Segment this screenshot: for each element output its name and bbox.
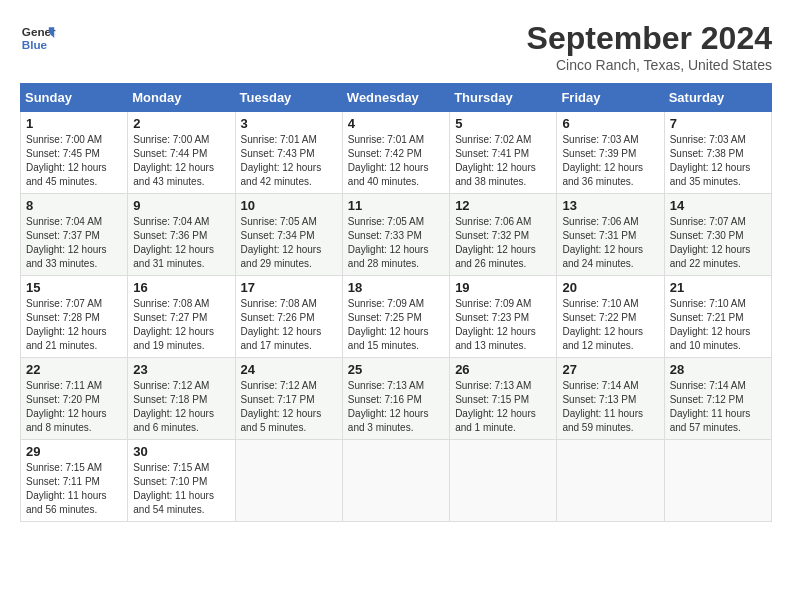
day-number: 2 — [133, 116, 229, 131]
day-info: Sunrise: 7:10 AM Sunset: 7:21 PM Dayligh… — [670, 297, 766, 353]
location-title: Cinco Ranch, Texas, United States — [527, 57, 772, 73]
col-tuesday: Tuesday — [235, 84, 342, 112]
col-thursday: Thursday — [450, 84, 557, 112]
day-info: Sunrise: 7:05 AM Sunset: 7:34 PM Dayligh… — [241, 215, 337, 271]
calendar-cell — [235, 440, 342, 522]
day-info: Sunrise: 7:03 AM Sunset: 7:39 PM Dayligh… — [562, 133, 658, 189]
calendar-cell: 26Sunrise: 7:13 AM Sunset: 7:15 PM Dayli… — [450, 358, 557, 440]
calendar-cell: 20Sunrise: 7:10 AM Sunset: 7:22 PM Dayli… — [557, 276, 664, 358]
day-info: Sunrise: 7:02 AM Sunset: 7:41 PM Dayligh… — [455, 133, 551, 189]
calendar-cell: 14Sunrise: 7:07 AM Sunset: 7:30 PM Dayli… — [664, 194, 771, 276]
day-number: 9 — [133, 198, 229, 213]
day-number: 26 — [455, 362, 551, 377]
day-number: 22 — [26, 362, 122, 377]
day-info: Sunrise: 7:13 AM Sunset: 7:15 PM Dayligh… — [455, 379, 551, 435]
day-number: 17 — [241, 280, 337, 295]
col-monday: Monday — [128, 84, 235, 112]
day-number: 10 — [241, 198, 337, 213]
month-title: September 2024 — [527, 20, 772, 57]
calendar-cell: 1Sunrise: 7:00 AM Sunset: 7:45 PM Daylig… — [21, 112, 128, 194]
col-sunday: Sunday — [21, 84, 128, 112]
calendar-cell: 23Sunrise: 7:12 AM Sunset: 7:18 PM Dayli… — [128, 358, 235, 440]
calendar-cell: 12Sunrise: 7:06 AM Sunset: 7:32 PM Dayli… — [450, 194, 557, 276]
day-number: 3 — [241, 116, 337, 131]
day-number: 19 — [455, 280, 551, 295]
day-number: 12 — [455, 198, 551, 213]
day-number: 1 — [26, 116, 122, 131]
day-info: Sunrise: 7:01 AM Sunset: 7:42 PM Dayligh… — [348, 133, 444, 189]
page-header: General Blue September 2024 Cinco Ranch,… — [20, 20, 772, 73]
col-friday: Friday — [557, 84, 664, 112]
calendar-cell — [557, 440, 664, 522]
calendar-cell: 17Sunrise: 7:08 AM Sunset: 7:26 PM Dayli… — [235, 276, 342, 358]
day-number: 4 — [348, 116, 444, 131]
day-info: Sunrise: 7:06 AM Sunset: 7:31 PM Dayligh… — [562, 215, 658, 271]
calendar-week-row: 1Sunrise: 7:00 AM Sunset: 7:45 PM Daylig… — [21, 112, 772, 194]
day-info: Sunrise: 7:08 AM Sunset: 7:27 PM Dayligh… — [133, 297, 229, 353]
day-number: 14 — [670, 198, 766, 213]
day-number: 16 — [133, 280, 229, 295]
calendar-cell: 6Sunrise: 7:03 AM Sunset: 7:39 PM Daylig… — [557, 112, 664, 194]
calendar-cell: 27Sunrise: 7:14 AM Sunset: 7:13 PM Dayli… — [557, 358, 664, 440]
day-info: Sunrise: 7:07 AM Sunset: 7:28 PM Dayligh… — [26, 297, 122, 353]
logo: General Blue — [20, 20, 56, 56]
calendar-cell: 22Sunrise: 7:11 AM Sunset: 7:20 PM Dayli… — [21, 358, 128, 440]
col-wednesday: Wednesday — [342, 84, 449, 112]
day-number: 5 — [455, 116, 551, 131]
day-info: Sunrise: 7:03 AM Sunset: 7:38 PM Dayligh… — [670, 133, 766, 189]
day-number: 29 — [26, 444, 122, 459]
day-number: 13 — [562, 198, 658, 213]
day-number: 30 — [133, 444, 229, 459]
col-saturday: Saturday — [664, 84, 771, 112]
day-number: 7 — [670, 116, 766, 131]
svg-text:Blue: Blue — [22, 38, 48, 51]
day-info: Sunrise: 7:00 AM Sunset: 7:45 PM Dayligh… — [26, 133, 122, 189]
day-info: Sunrise: 7:14 AM Sunset: 7:12 PM Dayligh… — [670, 379, 766, 435]
day-info: Sunrise: 7:08 AM Sunset: 7:26 PM Dayligh… — [241, 297, 337, 353]
day-info: Sunrise: 7:04 AM Sunset: 7:37 PM Dayligh… — [26, 215, 122, 271]
day-info: Sunrise: 7:05 AM Sunset: 7:33 PM Dayligh… — [348, 215, 444, 271]
calendar-cell: 19Sunrise: 7:09 AM Sunset: 7:23 PM Dayli… — [450, 276, 557, 358]
day-info: Sunrise: 7:12 AM Sunset: 7:18 PM Dayligh… — [133, 379, 229, 435]
day-info: Sunrise: 7:15 AM Sunset: 7:10 PM Dayligh… — [133, 461, 229, 517]
calendar-cell: 18Sunrise: 7:09 AM Sunset: 7:25 PM Dayli… — [342, 276, 449, 358]
day-number: 6 — [562, 116, 658, 131]
day-info: Sunrise: 7:10 AM Sunset: 7:22 PM Dayligh… — [562, 297, 658, 353]
day-number: 18 — [348, 280, 444, 295]
day-number: 27 — [562, 362, 658, 377]
day-info: Sunrise: 7:15 AM Sunset: 7:11 PM Dayligh… — [26, 461, 122, 517]
calendar-cell: 11Sunrise: 7:05 AM Sunset: 7:33 PM Dayli… — [342, 194, 449, 276]
day-info: Sunrise: 7:09 AM Sunset: 7:23 PM Dayligh… — [455, 297, 551, 353]
day-info: Sunrise: 7:04 AM Sunset: 7:36 PM Dayligh… — [133, 215, 229, 271]
day-number: 25 — [348, 362, 444, 377]
logo-icon: General Blue — [20, 20, 56, 56]
calendar-cell: 5Sunrise: 7:02 AM Sunset: 7:41 PM Daylig… — [450, 112, 557, 194]
calendar-cell: 15Sunrise: 7:07 AM Sunset: 7:28 PM Dayli… — [21, 276, 128, 358]
calendar-cell: 13Sunrise: 7:06 AM Sunset: 7:31 PM Dayli… — [557, 194, 664, 276]
calendar-cell: 10Sunrise: 7:05 AM Sunset: 7:34 PM Dayli… — [235, 194, 342, 276]
day-number: 21 — [670, 280, 766, 295]
calendar-cell: 3Sunrise: 7:01 AM Sunset: 7:43 PM Daylig… — [235, 112, 342, 194]
calendar-cell: 24Sunrise: 7:12 AM Sunset: 7:17 PM Dayli… — [235, 358, 342, 440]
calendar-cell: 16Sunrise: 7:08 AM Sunset: 7:27 PM Dayli… — [128, 276, 235, 358]
calendar-table: Sunday Monday Tuesday Wednesday Thursday… — [20, 83, 772, 522]
day-info: Sunrise: 7:12 AM Sunset: 7:17 PM Dayligh… — [241, 379, 337, 435]
calendar-cell: 9Sunrise: 7:04 AM Sunset: 7:36 PM Daylig… — [128, 194, 235, 276]
calendar-cell: 30Sunrise: 7:15 AM Sunset: 7:10 PM Dayli… — [128, 440, 235, 522]
day-info: Sunrise: 7:01 AM Sunset: 7:43 PM Dayligh… — [241, 133, 337, 189]
day-info: Sunrise: 7:09 AM Sunset: 7:25 PM Dayligh… — [348, 297, 444, 353]
calendar-week-row: 15Sunrise: 7:07 AM Sunset: 7:28 PM Dayli… — [21, 276, 772, 358]
day-number: 28 — [670, 362, 766, 377]
calendar-week-row: 8Sunrise: 7:04 AM Sunset: 7:37 PM Daylig… — [21, 194, 772, 276]
calendar-week-row: 29Sunrise: 7:15 AM Sunset: 7:11 PM Dayli… — [21, 440, 772, 522]
calendar-cell: 28Sunrise: 7:14 AM Sunset: 7:12 PM Dayli… — [664, 358, 771, 440]
calendar-cell — [664, 440, 771, 522]
day-info: Sunrise: 7:00 AM Sunset: 7:44 PM Dayligh… — [133, 133, 229, 189]
day-number: 20 — [562, 280, 658, 295]
calendar-cell: 25Sunrise: 7:13 AM Sunset: 7:16 PM Dayli… — [342, 358, 449, 440]
title-section: September 2024 Cinco Ranch, Texas, Unite… — [527, 20, 772, 73]
day-info: Sunrise: 7:13 AM Sunset: 7:16 PM Dayligh… — [348, 379, 444, 435]
day-info: Sunrise: 7:11 AM Sunset: 7:20 PM Dayligh… — [26, 379, 122, 435]
calendar-header-row: Sunday Monday Tuesday Wednesday Thursday… — [21, 84, 772, 112]
day-number: 8 — [26, 198, 122, 213]
